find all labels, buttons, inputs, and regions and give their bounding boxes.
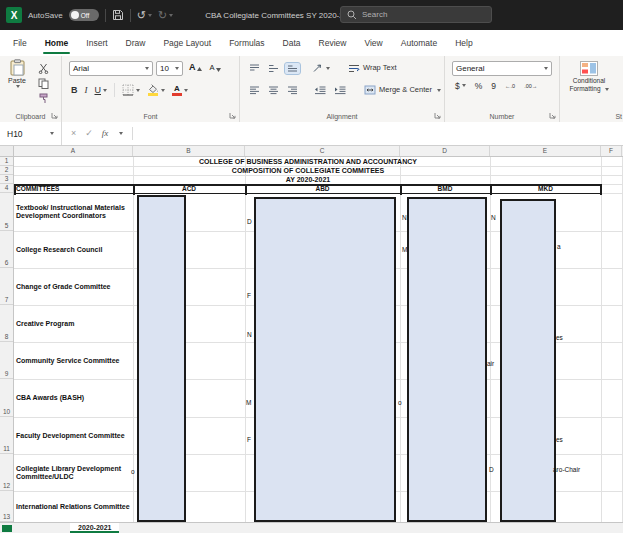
- enter-button[interactable]: ✓: [85, 128, 93, 138]
- font-size-caret-icon: [175, 67, 179, 70]
- align-center-button[interactable]: [266, 85, 281, 96]
- font-name-combo[interactable]: Arial: [69, 61, 153, 76]
- cancel-button[interactable]: ×: [71, 128, 76, 138]
- column-header-A[interactable]: A: [14, 146, 133, 156]
- number-format-value: General: [456, 64, 484, 73]
- menu-tab-insert[interactable]: Insert: [77, 30, 116, 56]
- bottom-align-button[interactable]: [285, 63, 300, 74]
- conditional-formatting-caret-icon: [605, 88, 609, 91]
- increase-font-size-button[interactable]: A: [189, 63, 202, 72]
- fill-color-button[interactable]: [147, 84, 165, 96]
- font-size-value: 10: [160, 64, 169, 73]
- ribbon-group-number: General $ % 9 ←.0 .00→ Number: [445, 56, 560, 122]
- redo-button[interactable]: ↻: [158, 10, 173, 21]
- selection-box[interactable]: [500, 199, 556, 522]
- align-right-button[interactable]: [285, 85, 300, 96]
- sheet-tab[interactable]: 2020-2021: [70, 523, 119, 533]
- cells-area[interactable]: COLLEGE OF BUSINESS ADMINISTRATION AND A…: [14, 157, 623, 522]
- committee-cell[interactable]: Creative Program: [14, 305, 133, 342]
- accounting-format-button[interactable]: $: [455, 84, 466, 87]
- committee-cell[interactable]: Faculty Development Committee: [14, 417, 133, 454]
- middle-align-button[interactable]: [266, 63, 281, 74]
- row-header-5[interactable]: 5: [0, 193, 13, 231]
- dialog-launcher-icon: [434, 112, 441, 119]
- column-header-F[interactable]: F: [601, 146, 622, 156]
- menu-tab-formulas[interactable]: Formulas: [220, 30, 273, 56]
- cut-button[interactable]: [37, 62, 50, 74]
- committee-cell[interactable]: Change of Grade Committee: [14, 268, 133, 305]
- increase-indent-button[interactable]: [332, 85, 348, 96]
- conditional-formatting-button[interactable]: Conditional Formatting: [562, 61, 616, 93]
- column-header-D[interactable]: D: [400, 146, 490, 156]
- column-header-E[interactable]: E: [490, 146, 601, 156]
- menu-tab-automate[interactable]: Automate: [392, 30, 446, 56]
- select-all-corner[interactable]: [0, 146, 14, 157]
- merge-center-button[interactable]: Merge & Center: [362, 84, 443, 96]
- committee-cell[interactable]: Collegiate Library Development Committee…: [14, 454, 133, 491]
- menu-tab-review[interactable]: Review: [310, 30, 356, 56]
- selection-box[interactable]: [407, 197, 487, 522]
- row-header-8[interactable]: 8: [0, 305, 13, 342]
- committee-cell[interactable]: College Research Council: [14, 231, 133, 268]
- clipboard-dialog-launcher[interactable]: [51, 112, 58, 119]
- cell-fragment: a: [557, 243, 561, 250]
- alignment-dialog-launcher[interactable]: [434, 112, 441, 119]
- font-name-value: Arial: [73, 64, 89, 73]
- borders-button[interactable]: [122, 84, 140, 96]
- copy-button[interactable]: [37, 77, 50, 89]
- row-header-4[interactable]: 4: [0, 184, 13, 193]
- font-color-button[interactable]: A: [172, 85, 188, 96]
- menu-tab-help[interactable]: Help: [446, 30, 481, 56]
- row-header-12[interactable]: 12: [0, 454, 13, 491]
- font-dialog-launcher[interactable]: [229, 112, 236, 119]
- committee-cell[interactable]: Community Service Committee: [14, 342, 133, 379]
- committee-cell[interactable]: Textbook/ Instructional Materials Develo…: [14, 193, 133, 231]
- committee-cell[interactable]: CBA Awards (BASH): [14, 379, 133, 417]
- selection-box[interactable]: [254, 197, 396, 522]
- menu-tab-page-layout[interactable]: Page Layout: [154, 30, 220, 56]
- menu-tab-file[interactable]: File: [4, 30, 36, 56]
- menu-tab-home[interactable]: Home: [36, 30, 78, 56]
- column-header-B[interactable]: B: [133, 146, 245, 156]
- row-header-11[interactable]: 11: [0, 417, 13, 454]
- table-border: [400, 184, 402, 195]
- align-left-button[interactable]: [247, 85, 262, 96]
- number-format-combo[interactable]: General: [452, 61, 552, 76]
- row-header-2[interactable]: 2: [0, 166, 13, 175]
- top-align-button[interactable]: [247, 63, 262, 74]
- format-as-table-button[interactable]: [618, 61, 623, 76]
- paste-button[interactable]: Paste: [3, 59, 31, 105]
- format-painter-button[interactable]: [37, 92, 50, 104]
- underline-button[interactable]: U: [95, 89, 108, 92]
- number-dialog-launcher[interactable]: [549, 112, 556, 119]
- menu-tab-draw[interactable]: Draw: [117, 30, 155, 56]
- undo-button[interactable]: ↺: [137, 10, 152, 21]
- row-header-9[interactable]: 9: [0, 342, 13, 379]
- font-size-combo[interactable]: 10: [156, 61, 183, 76]
- autosave-state: Off: [81, 12, 90, 19]
- orientation-button[interactable]: [310, 62, 332, 74]
- row-header-7[interactable]: 7: [0, 268, 13, 305]
- row-header-13[interactable]: 13: [0, 491, 13, 522]
- row-header-3[interactable]: 3: [0, 175, 13, 184]
- column-header-C[interactable]: C: [245, 146, 400, 156]
- formula-input[interactable]: [133, 122, 623, 145]
- row-header-10[interactable]: 10: [0, 379, 13, 417]
- save-button[interactable]: [112, 9, 124, 21]
- orientation-icon: [312, 63, 324, 73]
- name-box[interactable]: H10: [0, 122, 62, 145]
- menu-tab-data[interactable]: Data: [274, 30, 310, 56]
- search-box[interactable]: Search: [340, 6, 492, 23]
- selection-box[interactable]: [137, 195, 186, 522]
- wrap-text-button[interactable]: Wrap Text: [346, 63, 399, 74]
- committee-cell[interactable]: International Relations Committee: [14, 491, 133, 522]
- paste-caret-icon: [16, 85, 20, 88]
- row-header-1[interactable]: 1: [0, 157, 13, 166]
- insert-function-button[interactable]: fx: [102, 128, 109, 138]
- sheet-nav-icon[interactable]: [2, 525, 12, 532]
- autosave-toggle[interactable]: Off: [69, 9, 99, 21]
- decrease-font-size-button[interactable]: A: [210, 63, 221, 72]
- decrease-indent-button[interactable]: [312, 85, 328, 96]
- row-header-6[interactable]: 6: [0, 231, 13, 268]
- menu-tab-view[interactable]: View: [355, 30, 391, 56]
